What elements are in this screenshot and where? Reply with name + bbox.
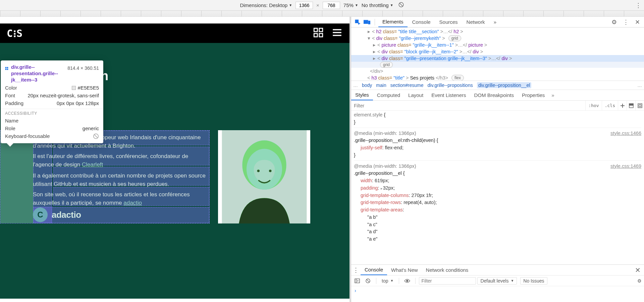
breadcrumb-item[interactable]: div.grille--proposition__el bbox=[477, 82, 532, 88]
drawer-tab-whatsnew[interactable]: What's New bbox=[387, 265, 422, 275]
dimensions-select[interactable]: Dimensions: Desktop▼ bbox=[240, 2, 292, 8]
console-settings-icon[interactable]: ⚙ bbox=[635, 278, 644, 284]
grid-badge[interactable]: grid bbox=[380, 62, 393, 68]
device-more-icon[interactable]: ⋮ bbox=[635, 2, 641, 9]
drawer-tab-netcond[interactable]: Network conditions bbox=[422, 265, 473, 275]
drawer-kebab-icon[interactable]: ⋮ bbox=[351, 266, 361, 274]
color-swatch-icon bbox=[72, 86, 76, 90]
tab-console[interactable]: Console bbox=[408, 17, 435, 27]
breadcrumb-item[interactable]: div.grille--propositions bbox=[428, 83, 473, 88]
author-portrait bbox=[218, 130, 310, 223]
tooltip-selector: div.grille--presentation.grille--jk__ite… bbox=[11, 64, 65, 83]
new-rule-icon[interactable] bbox=[618, 101, 627, 110]
box-model-icon[interactable] bbox=[635, 101, 644, 110]
context-select[interactable]: top▼ bbox=[380, 278, 395, 284]
breadcrumb-item[interactable]: body bbox=[362, 83, 372, 88]
cls-toggle[interactable]: .cls bbox=[602, 101, 618, 110]
tab-event-listeners[interactable]: Event Listeners bbox=[427, 90, 470, 100]
link-clearleft[interactable]: Clearleft bbox=[82, 161, 103, 168]
settings-icon[interactable]: ⚙ bbox=[609, 18, 619, 26]
live-expression-icon[interactable] bbox=[402, 279, 412, 283]
drawer-tab-console[interactable]: Console bbox=[361, 265, 387, 275]
devtools-panel: Elements Console Sources Network » ⚙ ⋮ ✕… bbox=[351, 17, 644, 302]
svg-point-12 bbox=[257, 170, 260, 172]
svg-rect-3 bbox=[319, 28, 323, 32]
svg-rect-4 bbox=[314, 34, 317, 37]
chevron-down-icon: ▼ bbox=[355, 3, 358, 7]
svg-line-19 bbox=[94, 135, 98, 138]
close-icon[interactable]: ✕ bbox=[633, 18, 642, 26]
styles-pane[interactable]: element.style { } style.css:1466 @media … bbox=[351, 111, 644, 264]
chevron-down-icon: ▼ bbox=[289, 3, 292, 7]
grid-icon[interactable] bbox=[313, 27, 324, 40]
log-levels-select[interactable]: Default levels▼ bbox=[477, 277, 517, 285]
tab-styles[interactable]: Styles bbox=[351, 90, 373, 100]
rotate-icon[interactable] bbox=[398, 2, 404, 9]
dom-tree[interactable]: ▸<h2 class="title title__section">…</h2>… bbox=[351, 28, 644, 81]
tab-overflow-icon[interactable]: » bbox=[490, 17, 500, 27]
throttle-value: No throttling bbox=[362, 2, 389, 8]
console-sidebar-icon[interactable] bbox=[353, 278, 362, 284]
svg-rect-21 bbox=[364, 20, 368, 23]
tab-overflow-icon[interactable]: » bbox=[549, 92, 556, 98]
throttle-select[interactable]: No throttling▼ bbox=[362, 2, 393, 8]
flex-badge[interactable]: flex bbox=[451, 75, 464, 81]
page-paragraph: Son site web, où il recense tous les art… bbox=[33, 191, 209, 207]
dom-breadcrumbs[interactable]: … body main section#resume div.grille--p… bbox=[351, 81, 644, 90]
tab-dom-breakpoints[interactable]: DOM Breakpoints bbox=[470, 90, 518, 100]
padding-overlay bbox=[0, 131, 33, 223]
svg-rect-29 bbox=[355, 279, 360, 283]
tooltip-a11y-heading: ACCESSIBILITY bbox=[5, 111, 99, 116]
svg-rect-15 bbox=[7, 67, 8, 68]
zoom-select[interactable]: 75%▼ bbox=[343, 2, 358, 8]
source-link[interactable]: style.css:1469 bbox=[610, 163, 641, 170]
tab-sources[interactable]: Sources bbox=[435, 17, 462, 27]
source-link[interactable]: style.css:1466 bbox=[610, 130, 641, 137]
kebab-icon[interactable]: ⋮ bbox=[621, 18, 631, 26]
breadcrumb-item[interactable]: section#resume bbox=[390, 83, 424, 88]
console-toolbar: top▼ Default levels▼ No Issues ⚙ bbox=[351, 275, 644, 286]
svg-line-32 bbox=[367, 280, 369, 282]
svg-line-1 bbox=[399, 3, 403, 7]
tooltip-dimensions: 814.4 × 360.51 bbox=[67, 64, 99, 83]
svg-rect-27 bbox=[638, 104, 642, 108]
svg-rect-5 bbox=[319, 34, 323, 37]
viewport-width-input[interactable] bbox=[296, 2, 313, 9]
device-toolbar: Dimensions: Desktop▼ × 75%▼ No throttlin… bbox=[0, 0, 644, 11]
breadcrumb-item[interactable]: main bbox=[376, 83, 386, 88]
devtools-main-toolbar: Elements Console Sources Network » ⚙ ⋮ ✕ bbox=[351, 17, 644, 28]
styles-subtabs: Styles Computed Layout Event Listeners D… bbox=[351, 90, 644, 101]
clear-console-icon[interactable] bbox=[363, 278, 373, 284]
adactio-badge: C adactio bbox=[33, 207, 81, 222]
drawer-close-icon[interactable]: ✕ bbox=[632, 266, 644, 274]
device-mode-icon[interactable] bbox=[363, 18, 371, 27]
console-filter-input[interactable] bbox=[419, 277, 476, 285]
issues-button[interactable]: No Issues bbox=[520, 277, 547, 285]
not-focusable-icon bbox=[93, 133, 99, 140]
page-navbar: C⫶S bbox=[0, 23, 350, 43]
svg-point-33 bbox=[407, 280, 408, 282]
console-prompt[interactable]: › bbox=[351, 286, 644, 302]
site-logo[interactable]: C⫶S bbox=[7, 28, 22, 39]
dom-selected-node: ▸<div class="grille--presentation grille… bbox=[351, 55, 644, 62]
grid-badge[interactable]: grid bbox=[448, 35, 461, 41]
tab-properties[interactable]: Properties bbox=[518, 90, 549, 100]
svg-rect-22 bbox=[368, 21, 370, 24]
menu-icon[interactable] bbox=[331, 27, 343, 40]
adactio-word: adactio bbox=[52, 210, 81, 220]
styles-filter-input[interactable] bbox=[351, 103, 585, 108]
tab-computed[interactable]: Computed bbox=[373, 90, 404, 100]
tab-network[interactable]: Network bbox=[463, 17, 489, 27]
inspect-element-icon[interactable] bbox=[353, 18, 362, 27]
viewport-height-input[interactable] bbox=[323, 2, 340, 9]
adactio-logo-icon: C bbox=[33, 207, 48, 222]
svg-rect-17 bbox=[7, 69, 8, 70]
tab-elements[interactable]: Elements bbox=[378, 17, 408, 27]
computed-toggle-icon[interactable] bbox=[627, 101, 635, 110]
tab-layout[interactable]: Layout bbox=[404, 90, 427, 100]
svg-rect-26 bbox=[629, 104, 633, 105]
hov-toggle[interactable]: :hov bbox=[585, 101, 601, 110]
svg-point-13 bbox=[269, 170, 271, 172]
expand-icon[interactable]: ▸ bbox=[381, 186, 382, 191]
link-adactio[interactable]: adactio bbox=[123, 200, 142, 206]
